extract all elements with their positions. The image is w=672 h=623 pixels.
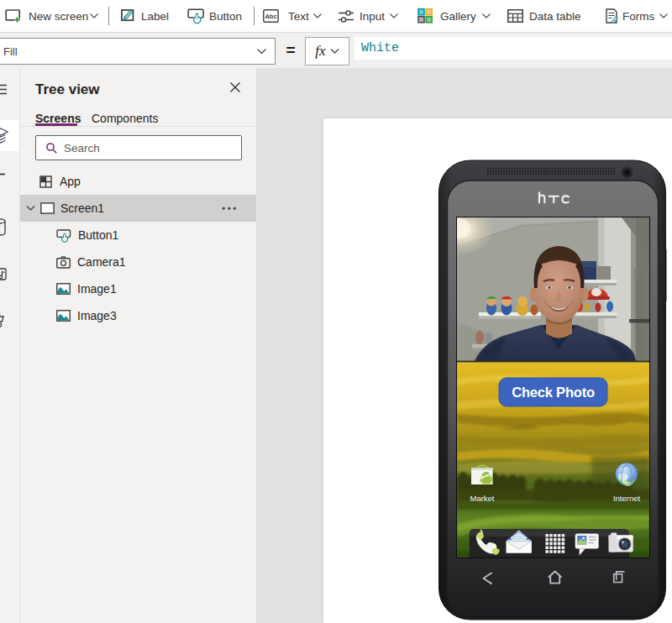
svg-text:Internet: Internet (613, 494, 641, 503)
svg-text:Check Photo: Check Photo (512, 385, 595, 400)
svg-text:Market: Market (470, 494, 494, 503)
svg-text:Abc: Abc (265, 13, 276, 20)
